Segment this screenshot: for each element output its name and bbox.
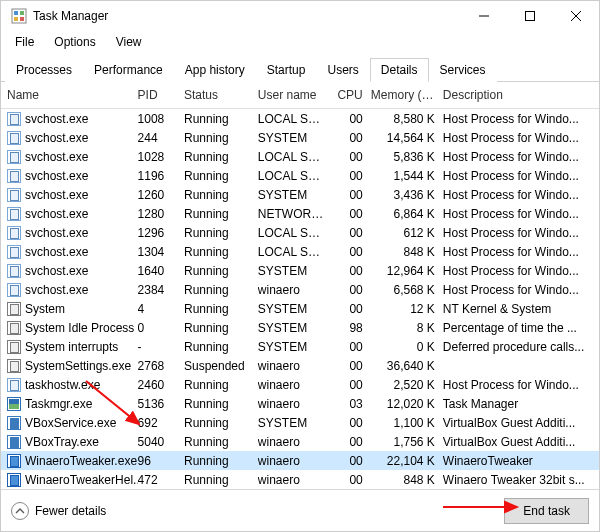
- cell-description: VirtualBox Guest Additi...: [443, 416, 599, 430]
- fewer-details-label: Fewer details: [35, 504, 106, 518]
- cell-pid: 96: [138, 454, 184, 468]
- process-list[interactable]: svchost.exe1008RunningLOCAL SE...008,580…: [1, 109, 599, 527]
- tab-app-history[interactable]: App history: [174, 58, 256, 82]
- cell-status: Running: [184, 207, 258, 221]
- cell-description: Host Process for Windo...: [443, 207, 599, 221]
- table-row[interactable]: svchost.exe1028RunningLOCAL SE...005,836…: [1, 147, 599, 166]
- table-row[interactable]: WinaeroTweakerHel...472Runningwinaero008…: [1, 470, 599, 489]
- cell-description: VirtualBox Guest Additi...: [443, 435, 599, 449]
- cell-cpu: 00: [334, 131, 371, 145]
- close-button[interactable]: [553, 1, 599, 31]
- col-name[interactable]: Name: [7, 88, 138, 102]
- cell-pid: 5040: [138, 435, 184, 449]
- table-row[interactable]: System Idle Process0RunningSYSTEM988 KPe…: [1, 318, 599, 337]
- cell-description: Host Process for Windo...: [443, 245, 599, 259]
- cell-user: SYSTEM: [258, 321, 334, 335]
- footer: Fewer details End task: [1, 489, 599, 531]
- cell-description: Host Process for Windo...: [443, 112, 599, 126]
- tab-services[interactable]: Services: [429, 58, 497, 82]
- col-status[interactable]: Status: [184, 88, 258, 102]
- maximize-button[interactable]: [507, 1, 553, 31]
- cell-status: Running: [184, 321, 258, 335]
- column-headers: Name PID Status User name CPU Memory (p.…: [1, 82, 599, 109]
- cell-cpu: 00: [334, 416, 371, 430]
- cell-pid: 1280: [138, 207, 184, 221]
- table-row[interactable]: svchost.exe1304RunningLOCAL SE...00848 K…: [1, 242, 599, 261]
- cell-status: Running: [184, 454, 258, 468]
- cell-status: Running: [184, 131, 258, 145]
- process-icon: [7, 226, 21, 240]
- table-row[interactable]: svchost.exe1008RunningLOCAL SE...008,580…: [1, 109, 599, 128]
- cell-status: Running: [184, 283, 258, 297]
- cell-name: System: [25, 302, 65, 316]
- table-row[interactable]: WinaeroTweaker.exe96Runningwinaero0022,1…: [1, 451, 599, 470]
- tab-details[interactable]: Details: [370, 58, 429, 82]
- cell-name: svchost.exe: [25, 226, 88, 240]
- table-row[interactable]: svchost.exe1280RunningNETWORK...006,864 …: [1, 204, 599, 223]
- table-row[interactable]: System4RunningSYSTEM0012 KNT Kernel & Sy…: [1, 299, 599, 318]
- fewer-details[interactable]: Fewer details: [11, 502, 106, 520]
- cell-pid: 1640: [138, 264, 184, 278]
- menu-view[interactable]: View: [112, 33, 146, 51]
- end-task-button[interactable]: End task: [504, 498, 589, 524]
- menu-file[interactable]: File: [11, 33, 38, 51]
- table-row[interactable]: svchost.exe1196RunningLOCAL SE...001,544…: [1, 166, 599, 185]
- col-memory[interactable]: Memory (p...: [371, 88, 443, 102]
- cell-name: VBoxService.exe: [25, 416, 116, 430]
- col-description[interactable]: Description: [443, 88, 599, 102]
- cell-user: winaero: [258, 359, 334, 373]
- cell-name: svchost.exe: [25, 169, 88, 183]
- cell-memory: 22,104 K: [371, 454, 443, 468]
- cell-status: Running: [184, 378, 258, 392]
- cell-memory: 5,836 K: [371, 150, 443, 164]
- process-icon: [7, 435, 21, 449]
- cell-status: Running: [184, 435, 258, 449]
- cell-description: Host Process for Windo...: [443, 169, 599, 183]
- table-row[interactable]: svchost.exe1640RunningSYSTEM0012,964 KHo…: [1, 261, 599, 280]
- table-row[interactable]: Taskmgr.exe5136Runningwinaero0312,020 KT…: [1, 394, 599, 413]
- process-icon: [7, 245, 21, 259]
- cell-pid: 244: [138, 131, 184, 145]
- cell-memory: 12,020 K: [371, 397, 443, 411]
- table-row[interactable]: svchost.exe2384Runningwinaero006,568 KHo…: [1, 280, 599, 299]
- tab-users[interactable]: Users: [316, 58, 369, 82]
- table-row[interactable]: System interrupts-RunningSYSTEM000 KDefe…: [1, 337, 599, 356]
- col-cpu[interactable]: CPU: [334, 88, 371, 102]
- cell-status: Running: [184, 169, 258, 183]
- col-pid[interactable]: PID: [138, 88, 184, 102]
- col-user[interactable]: User name: [258, 88, 334, 102]
- cell-name: WinaeroTweakerHel...: [25, 473, 138, 487]
- table-row[interactable]: VBoxTray.exe5040Runningwinaero001,756 KV…: [1, 432, 599, 451]
- table-row[interactable]: svchost.exe1296RunningLOCAL SE...00612 K…: [1, 223, 599, 242]
- cell-cpu: 98: [334, 321, 371, 335]
- cell-memory: 848 K: [371, 245, 443, 259]
- table-row[interactable]: VBoxService.exe692RunningSYSTEM001,100 K…: [1, 413, 599, 432]
- table-row[interactable]: taskhostw.exe2460Runningwinaero002,520 K…: [1, 375, 599, 394]
- cell-pid: 1304: [138, 245, 184, 259]
- process-icon: [7, 302, 21, 316]
- tab-startup[interactable]: Startup: [256, 58, 317, 82]
- cell-status: Running: [184, 245, 258, 259]
- cell-name: System Idle Process: [25, 321, 134, 335]
- tab-processes[interactable]: Processes: [5, 58, 83, 82]
- minimize-button[interactable]: [461, 1, 507, 31]
- svg-rect-2: [20, 11, 24, 15]
- tab-performance[interactable]: Performance: [83, 58, 174, 82]
- process-icon: [7, 112, 21, 126]
- table-row[interactable]: svchost.exe1260RunningSYSTEM003,436 KHos…: [1, 185, 599, 204]
- table-row[interactable]: svchost.exe244RunningSYSTEM0014,564 KHos…: [1, 128, 599, 147]
- cell-pid: 1296: [138, 226, 184, 240]
- cell-description: Percentage of time the ...: [443, 321, 599, 335]
- cell-name: svchost.exe: [25, 264, 88, 278]
- menu-options[interactable]: Options: [50, 33, 99, 51]
- cell-description: Host Process for Windo...: [443, 378, 599, 392]
- cell-memory: 612 K: [371, 226, 443, 240]
- cell-description: NT Kernel & System: [443, 302, 599, 316]
- table-row[interactable]: SystemSettings.exe2768Suspendedwinaero00…: [1, 356, 599, 375]
- cell-memory: 6,864 K: [371, 207, 443, 221]
- cell-cpu: 00: [334, 454, 371, 468]
- process-icon: [7, 397, 21, 411]
- svg-rect-6: [526, 12, 535, 21]
- process-icon: [7, 321, 21, 335]
- cell-name: SystemSettings.exe: [25, 359, 131, 373]
